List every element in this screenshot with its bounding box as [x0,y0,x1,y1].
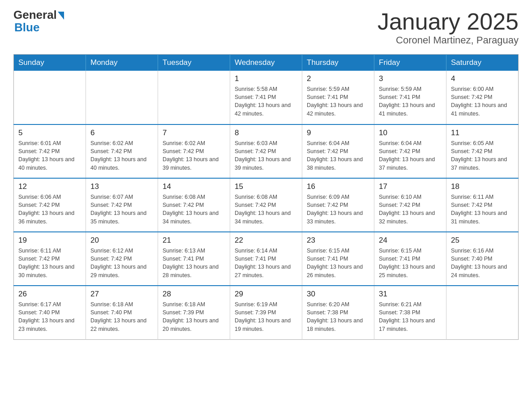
calendar-cell: 2Sunrise: 5:59 AM Sunset: 7:41 PM Daylig… [302,71,374,124]
logo-arrow-icon [58,12,64,20]
calendar-cell: 25Sunrise: 6:16 AM Sunset: 7:40 PM Dayli… [446,232,519,286]
calendar-cell: 13Sunrise: 6:07 AM Sunset: 7:42 PM Dayli… [86,178,158,232]
day-number: 28 [163,290,225,299]
column-header-friday: Friday [374,55,446,71]
logo-blue-text: Blue [14,21,39,34]
calendar-cell: 9Sunrise: 6:04 AM Sunset: 7:42 PM Daylig… [302,124,374,178]
calendar-cell: 30Sunrise: 6:20 AM Sunset: 7:38 PM Dayli… [302,286,374,339]
column-header-wednesday: Wednesday [230,55,302,71]
day-info: Sunrise: 6:07 AM Sunset: 7:42 PM Dayligh… [90,193,153,226]
column-header-tuesday: Tuesday [158,55,230,71]
calendar-cell: 7Sunrise: 6:02 AM Sunset: 7:42 PM Daylig… [158,124,230,178]
calendar-cell: 14Sunrise: 6:08 AM Sunset: 7:42 PM Dayli… [158,178,230,232]
calendar-cell: 21Sunrise: 6:13 AM Sunset: 7:41 PM Dayli… [158,232,230,286]
day-info: Sunrise: 6:11 AM Sunset: 7:42 PM Dayligh… [18,247,81,279]
day-number: 5 [18,128,81,137]
day-number: 11 [451,128,514,137]
day-info: Sunrise: 5:58 AM Sunset: 7:41 PM Dayligh… [235,85,297,118]
day-number: 1 [235,74,297,83]
calendar-cell: 11Sunrise: 6:05 AM Sunset: 7:42 PM Dayli… [446,124,519,178]
day-info: Sunrise: 6:18 AM Sunset: 7:40 PM Dayligh… [90,300,153,333]
day-number: 14 [163,182,225,191]
calendar-cell: 26Sunrise: 6:17 AM Sunset: 7:40 PM Dayli… [14,286,86,339]
calendar-cell: 4Sunrise: 6:00 AM Sunset: 7:42 PM Daylig… [446,71,519,124]
day-info: Sunrise: 6:12 AM Sunset: 7:42 PM Dayligh… [90,247,153,279]
day-number: 29 [235,290,297,299]
calendar-cell: 24Sunrise: 6:15 AM Sunset: 7:41 PM Dayli… [374,232,446,286]
calendar-cell: 10Sunrise: 6:04 AM Sunset: 7:42 PM Dayli… [374,124,446,178]
day-number: 6 [90,128,153,137]
calendar-week-row: 26Sunrise: 6:17 AM Sunset: 7:40 PM Dayli… [14,286,519,339]
title-block: January 2025 Coronel Martinez, Paraguay [378,9,519,46]
day-info: Sunrise: 6:02 AM Sunset: 7:42 PM Dayligh… [163,139,225,172]
day-info: Sunrise: 6:11 AM Sunset: 7:42 PM Dayligh… [451,193,514,226]
day-number: 20 [90,236,153,245]
day-number: 18 [451,182,514,191]
day-number: 27 [90,290,153,299]
day-number: 30 [307,290,369,299]
day-info: Sunrise: 6:14 AM Sunset: 7:41 PM Dayligh… [235,247,297,279]
logo-general-text: General [13,9,57,21]
column-header-monday: Monday [86,55,158,71]
calendar-cell: 22Sunrise: 6:14 AM Sunset: 7:41 PM Dayli… [230,232,302,286]
day-number: 12 [18,182,81,191]
calendar-cell [14,71,86,124]
day-info: Sunrise: 6:02 AM Sunset: 7:42 PM Dayligh… [90,139,153,172]
day-number: 10 [379,128,442,137]
calendar-cell: 27Sunrise: 6:18 AM Sunset: 7:40 PM Dayli… [86,286,158,339]
day-info: Sunrise: 6:00 AM Sunset: 7:42 PM Dayligh… [451,85,514,118]
calendar-cell: 15Sunrise: 6:08 AM Sunset: 7:42 PM Dayli… [230,178,302,232]
day-info: Sunrise: 5:59 AM Sunset: 7:41 PM Dayligh… [379,85,442,118]
day-number: 3 [379,74,442,83]
column-header-sunday: Sunday [14,55,86,71]
calendar-cell [446,286,519,339]
day-info: Sunrise: 6:01 AM Sunset: 7:42 PM Dayligh… [18,139,81,172]
day-number: 17 [379,182,442,191]
day-number: 21 [163,236,225,245]
day-info: Sunrise: 6:04 AM Sunset: 7:42 PM Dayligh… [379,139,442,172]
logo: General Blue [13,9,64,34]
calendar-cell: 5Sunrise: 6:01 AM Sunset: 7:42 PM Daylig… [14,124,86,178]
calendar-header-row: SundayMondayTuesdayWednesdayThursdayFrid… [14,55,519,71]
calendar-cell: 31Sunrise: 6:21 AM Sunset: 7:38 PM Dayli… [374,286,446,339]
day-info: Sunrise: 6:13 AM Sunset: 7:41 PM Dayligh… [163,247,225,279]
day-number: 19 [18,236,81,245]
calendar-cell: 8Sunrise: 6:03 AM Sunset: 7:42 PM Daylig… [230,124,302,178]
day-number: 9 [307,128,369,137]
calendar-cell: 18Sunrise: 6:11 AM Sunset: 7:42 PM Dayli… [446,178,519,232]
calendar-cell: 16Sunrise: 6:09 AM Sunset: 7:42 PM Dayli… [302,178,374,232]
calendar-week-row: 12Sunrise: 6:06 AM Sunset: 7:42 PM Dayli… [14,178,519,232]
day-info: Sunrise: 6:20 AM Sunset: 7:38 PM Dayligh… [307,300,369,333]
day-info: Sunrise: 6:19 AM Sunset: 7:39 PM Dayligh… [235,300,297,333]
day-info: Sunrise: 6:15 AM Sunset: 7:41 PM Dayligh… [307,247,369,279]
calendar-cell [158,71,230,124]
calendar-cell: 28Sunrise: 6:18 AM Sunset: 7:39 PM Dayli… [158,286,230,339]
day-number: 8 [235,128,297,137]
day-number: 13 [90,182,153,191]
day-info: Sunrise: 6:08 AM Sunset: 7:42 PM Dayligh… [163,193,225,226]
day-number: 25 [451,236,514,245]
calendar-table: SundayMondayTuesdayWednesdayThursdayFrid… [13,54,519,340]
calendar-cell: 20Sunrise: 6:12 AM Sunset: 7:42 PM Dayli… [86,232,158,286]
calendar-week-row: 19Sunrise: 6:11 AM Sunset: 7:42 PM Dayli… [14,232,519,286]
day-info: Sunrise: 6:17 AM Sunset: 7:40 PM Dayligh… [18,300,81,333]
day-info: Sunrise: 6:18 AM Sunset: 7:39 PM Dayligh… [163,300,225,333]
calendar-title: January 2025 [378,9,519,34]
column-header-saturday: Saturday [446,55,519,71]
day-number: 26 [18,290,81,299]
calendar-subtitle: Coronel Martinez, Paraguay [378,34,519,46]
day-number: 2 [307,74,369,83]
day-number: 16 [307,182,369,191]
day-number: 7 [163,128,225,137]
day-number: 4 [451,74,514,83]
calendar-week-row: 5Sunrise: 6:01 AM Sunset: 7:42 PM Daylig… [14,124,519,178]
day-number: 15 [235,182,297,191]
day-number: 31 [379,290,442,299]
day-number: 22 [235,236,297,245]
day-info: Sunrise: 6:10 AM Sunset: 7:42 PM Dayligh… [379,193,442,226]
calendar-cell: 23Sunrise: 6:15 AM Sunset: 7:41 PM Dayli… [302,232,374,286]
day-info: Sunrise: 6:21 AM Sunset: 7:38 PM Dayligh… [379,300,442,333]
day-info: Sunrise: 6:04 AM Sunset: 7:42 PM Dayligh… [307,139,369,172]
calendar-cell: 1Sunrise: 5:58 AM Sunset: 7:41 PM Daylig… [230,71,302,124]
calendar-cell: 12Sunrise: 6:06 AM Sunset: 7:42 PM Dayli… [14,178,86,232]
